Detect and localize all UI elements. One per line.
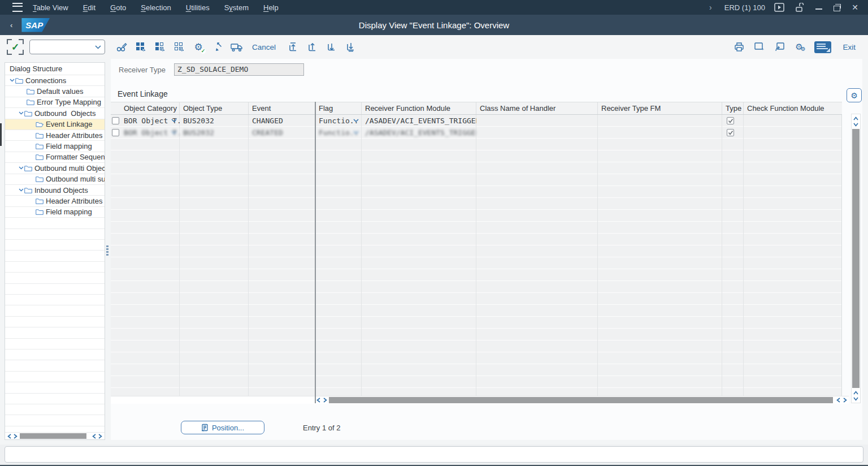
deselect-all-icon[interactable] bbox=[173, 41, 185, 53]
table-header-row: Object CategoryObject TypeEventFlagRecei… bbox=[111, 102, 842, 115]
scroll-up-icon[interactable] bbox=[852, 390, 860, 395]
menu-edit[interactable]: Edit bbox=[83, 3, 96, 12]
type-linkage-checkbox[interactable] bbox=[727, 129, 734, 136]
unlocked-padlock-icon[interactable] bbox=[793, 1, 806, 14]
column-header-receiver-function-module[interactable]: Receiver Function Module bbox=[362, 102, 476, 114]
exit-button[interactable]: Exit bbox=[843, 43, 856, 51]
close-button[interactable]: ✕ bbox=[850, 2, 860, 12]
new-session-icon[interactable] bbox=[753, 41, 766, 53]
cell-object-category[interactable]: BOR Object T.. bbox=[120, 127, 180, 139]
sidebar-horizontal-scrollbar[interactable] bbox=[5, 432, 105, 439]
options-icon[interactable]: ⚙⚙ bbox=[794, 41, 806, 53]
sidebar-item-header-attributes[interactable]: Header Attributes bbox=[5, 130, 105, 141]
menu-utilities[interactable]: Utilities bbox=[186, 3, 210, 12]
expander-icon[interactable] bbox=[18, 166, 24, 170]
menu-system[interactable]: System bbox=[224, 3, 249, 12]
command-input[interactable] bbox=[30, 43, 95, 51]
expander-icon[interactable] bbox=[18, 188, 24, 192]
command-dropdown-icon[interactable] bbox=[95, 45, 101, 49]
menu-selection[interactable]: Selection bbox=[141, 3, 171, 12]
scroll-down-icon[interactable] bbox=[852, 396, 860, 402]
scroll-right-icon[interactable] bbox=[842, 396, 848, 404]
table-row[interactable]: BOR Object T..BUS2032CHANGEDFunctio../AS… bbox=[111, 115, 841, 127]
hamburger-icon[interactable] bbox=[12, 3, 23, 12]
cell-flag[interactable]: Functio.. bbox=[315, 115, 362, 127]
event-linkage-table: Object CategoryObject TypeEventFlagRecei… bbox=[111, 102, 842, 397]
type-linkage-checkbox[interactable] bbox=[727, 117, 734, 124]
copy-entries-icon[interactable] bbox=[211, 41, 224, 53]
sidebar-item-field-mapping[interactable]: Field mapping bbox=[5, 141, 105, 152]
cell-object-category[interactable]: BOR Object T.. bbox=[120, 115, 180, 127]
sidebar-item-default-values[interactable]: Default values bbox=[5, 86, 105, 97]
column-header-receiver-type-fm[interactable]: Receiver Type FM bbox=[598, 102, 722, 114]
expander-icon[interactable] bbox=[8, 79, 15, 82]
scrollbar-thumb[interactable] bbox=[329, 397, 833, 403]
expander-icon[interactable] bbox=[18, 111, 24, 115]
gui-settings-button[interactable] bbox=[814, 41, 831, 53]
scroll-right-icon[interactable] bbox=[12, 433, 19, 439]
first-page-icon[interactable] bbox=[287, 41, 300, 53]
column-header-type[interactable]: Type ... bbox=[722, 102, 744, 114]
table-row[interactable]: BOR Object T..BUS2032CREATEDFunctio../AS… bbox=[111, 127, 841, 139]
print-icon[interactable] bbox=[733, 41, 745, 53]
scroll-right-icon[interactable] bbox=[322, 396, 328, 404]
scroll-left-icon[interactable] bbox=[6, 433, 12, 439]
back-chevron-icon[interactable]: ‹ bbox=[10, 21, 12, 29]
sidebar-item-formatter-sequence[interactable]: Formatter Sequence bbox=[5, 152, 105, 163]
sidebar-item-field-mapping[interactable]: Field mapping bbox=[5, 207, 105, 218]
sidebar-item-inbound-objects[interactable]: Inbound Objects bbox=[5, 185, 105, 196]
command-field[interactable] bbox=[29, 40, 105, 54]
previous-page-icon[interactable] bbox=[306, 41, 319, 53]
column-header-object-category[interactable]: Object Category bbox=[120, 102, 180, 114]
table-settings-button[interactable]: ⚙ bbox=[847, 88, 862, 102]
table-vertical-scrollbar[interactable] bbox=[851, 114, 861, 403]
position-button[interactable]: Position... bbox=[181, 421, 264, 434]
menu-help[interactable]: Help bbox=[263, 3, 279, 12]
status-message-field[interactable] bbox=[5, 446, 863, 463]
scrollbar-thumb[interactable] bbox=[852, 129, 860, 388]
services-for-object-icon[interactable] bbox=[773, 1, 785, 14]
sidebar-item-error-type-mapping[interactable]: Error Type Mapping bbox=[5, 97, 105, 108]
sidebar-item-outbound-objects[interactable]: Outbound Objects bbox=[5, 108, 105, 119]
enter-button[interactable]: ✓ bbox=[7, 39, 24, 55]
minimize-button[interactable] bbox=[814, 2, 824, 12]
panel-splitter[interactable] bbox=[105, 59, 111, 445]
row-select-checkbox[interactable] bbox=[112, 117, 119, 124]
menu-table-view[interactable]: Table View bbox=[33, 3, 68, 12]
sidebar-item-outbound-multi-sub-ob[interactable]: Outbound multi sub Ob bbox=[5, 174, 105, 185]
column-header-object-type[interactable]: Object Type bbox=[180, 102, 249, 114]
column-header-event[interactable]: Event bbox=[249, 102, 315, 114]
window-edge-grip[interactable] bbox=[0, 123, 2, 146]
cancel-button[interactable]: Cancel bbox=[252, 43, 276, 51]
next-page-icon[interactable] bbox=[326, 41, 338, 53]
column-header-class-name-of-handler[interactable]: Class Name of Handler bbox=[476, 102, 598, 114]
select-all-icon[interactable] bbox=[134, 41, 147, 53]
scroll-right-icon[interactable] bbox=[97, 433, 103, 439]
column-header-check-function-module[interactable]: Check Function Module bbox=[744, 102, 842, 114]
sidebar-item-event-linkage[interactable]: Event Linkage bbox=[5, 119, 105, 130]
check-entries-icon[interactable]: ⚙✓ bbox=[192, 41, 205, 53]
menu-overflow-icon[interactable]: › bbox=[709, 3, 712, 12]
table-horizontal-scrollbar[interactable] bbox=[111, 396, 849, 404]
row-select-checkbox[interactable] bbox=[112, 129, 119, 136]
menu-goto[interactable]: Goto bbox=[110, 3, 126, 12]
create-shortcut-icon[interactable] bbox=[774, 41, 786, 53]
sidebar-item-connections[interactable]: Connections bbox=[5, 75, 105, 86]
scroll-up-icon[interactable] bbox=[852, 115, 860, 121]
scroll-left-icon[interactable] bbox=[91, 433, 97, 439]
scroll-left-icon[interactable] bbox=[315, 396, 322, 404]
display-change-icon[interactable] bbox=[115, 41, 128, 53]
transport-icon[interactable] bbox=[231, 41, 243, 53]
fixed-column-divider[interactable] bbox=[315, 102, 316, 403]
last-page-icon[interactable] bbox=[345, 41, 357, 53]
restore-button[interactable] bbox=[832, 2, 842, 12]
scroll-left-icon[interactable] bbox=[835, 396, 841, 404]
scrollbar-thumb[interactable] bbox=[20, 433, 86, 439]
sidebar-item-outbound-multi-objects[interactable]: Outbound multi Objects bbox=[5, 163, 105, 174]
cell-flag[interactable]: Functio.. bbox=[315, 127, 362, 139]
menubar-right: › ERD (1) 100 ✕ bbox=[709, 1, 868, 14]
select-block-icon[interactable] bbox=[154, 41, 166, 53]
scroll-down-icon[interactable] bbox=[852, 122, 860, 127]
column-header-flag[interactable]: Flag bbox=[315, 102, 362, 114]
sidebar-item-header-attributes[interactable]: Header Attributes bbox=[5, 196, 105, 206]
